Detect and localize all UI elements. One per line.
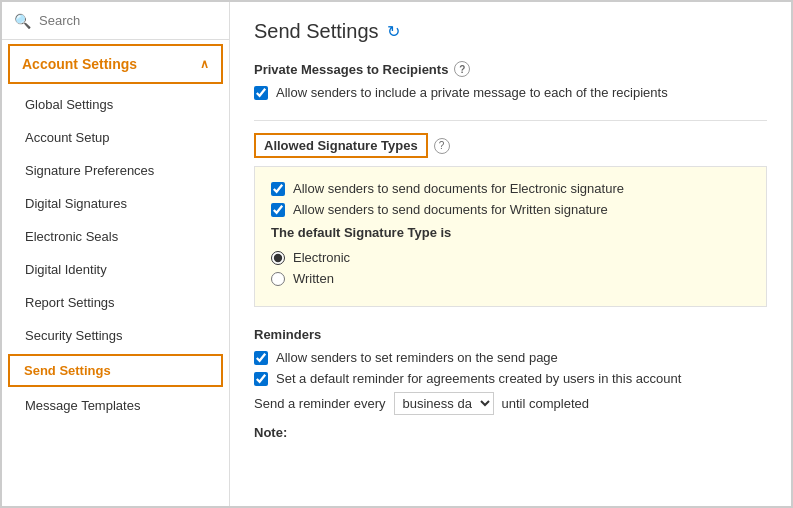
private-messages-help-icon[interactable]: ? [454,61,470,77]
divider-1 [254,120,767,121]
reminders-checkbox1-row: Allow senders to set reminders on the se… [254,350,767,365]
search-bar[interactable]: 🔍 [2,2,229,40]
reminder-suffix: until completed [502,396,589,411]
private-messages-checkbox-row: Allow senders to include a private messa… [254,85,767,100]
sidebar: 🔍 Account Settings ∧ Global Settings Acc… [2,2,230,506]
note-label: Note: [254,425,767,440]
sidebar-item-send-settings[interactable]: Send Settings [8,354,223,387]
electronic-sig-label: Allow senders to send documents for Elec… [293,181,624,196]
reminders-checkbox2-label: Set a default reminder for agreements cr… [276,371,681,386]
account-settings-header[interactable]: Account Settings ∧ [8,44,223,84]
signature-box: Allow senders to send documents for Elec… [254,166,767,307]
electronic-radio[interactable] [271,251,285,265]
reminder-frequency-row: Send a reminder every business da calend… [254,392,767,415]
sidebar-item-security-settings[interactable]: Security Settings [2,319,229,352]
sidebar-item-account-setup[interactable]: Account Setup [2,121,229,154]
refresh-icon[interactable]: ↻ [387,22,400,41]
private-messages-title: Private Messages to Recipients ? [254,61,767,77]
written-sig-label: Allow senders to send documents for Writ… [293,202,608,217]
main-layout: 🔍 Account Settings ∧ Global Settings Acc… [2,2,791,506]
reminder-frequency-select[interactable]: business da calendar da weekly [394,392,494,415]
nav-items-list: Global Settings Account Setup Signature … [2,88,229,422]
reminders-section: Reminders Allow senders to set reminders… [254,327,767,440]
allowed-signature-section: Allowed Signature Types ? Allow senders … [254,133,767,307]
reminders-title: Reminders [254,327,767,342]
sidebar-item-signature-preferences[interactable]: Signature Preferences [2,154,229,187]
search-input[interactable] [39,13,217,28]
search-icon: 🔍 [14,13,31,29]
reminders-checkbox1-label: Allow senders to set reminders on the se… [276,350,558,365]
chevron-icon: ∧ [200,57,209,71]
sidebar-item-report-settings[interactable]: Report Settings [2,286,229,319]
written-radio[interactable] [271,272,285,286]
private-messages-checkbox-label: Allow senders to include a private messa… [276,85,668,100]
allowed-sig-help-icon[interactable]: ? [434,138,450,154]
allowed-sig-header: Allowed Signature Types ? [254,133,767,158]
sidebar-item-message-templates[interactable]: Message Templates [2,389,229,422]
reminders-checkbox2[interactable] [254,372,268,386]
app-window: 🔍 Account Settings ∧ Global Settings Acc… [0,0,793,508]
written-sig-checkbox-row: Allow senders to send documents for Writ… [271,202,750,217]
written-radio-label: Written [293,271,334,286]
electronic-radio-label: Electronic [293,250,350,265]
sidebar-item-electronic-seals[interactable]: Electronic Seals [2,220,229,253]
electronic-sig-checkbox[interactable] [271,182,285,196]
private-messages-section: Private Messages to Recipients ? Allow s… [254,61,767,100]
sidebar-item-digital-identity[interactable]: Digital Identity [2,253,229,286]
electronic-sig-checkbox-row: Allow senders to send documents for Elec… [271,181,750,196]
account-settings-label: Account Settings [22,56,137,72]
private-messages-checkbox[interactable] [254,86,268,100]
reminders-checkbox1[interactable] [254,351,268,365]
reminders-checkbox2-row: Set a default reminder for agreements cr… [254,371,767,386]
electronic-radio-row: Electronic [271,250,750,265]
main-content: Send Settings ↻ Private Messages to Reci… [230,2,791,506]
page-header: Send Settings ↻ [254,20,767,43]
reminder-prefix: Send a reminder every [254,396,386,411]
page-title: Send Settings [254,20,379,43]
written-radio-row: Written [271,271,750,286]
sidebar-item-global-settings[interactable]: Global Settings [2,88,229,121]
sidebar-item-digital-signatures[interactable]: Digital Signatures [2,187,229,220]
written-sig-checkbox[interactable] [271,203,285,217]
nav-section: Account Settings ∧ Global Settings Accou… [2,40,229,506]
default-sig-title: The default Signature Type is [271,225,750,240]
allowed-sig-title: Allowed Signature Types [254,133,428,158]
